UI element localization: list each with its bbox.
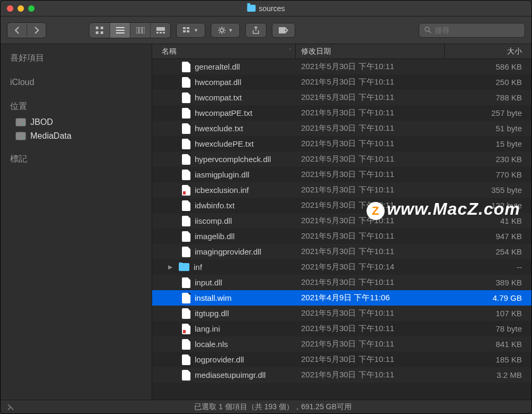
file-row[interactable]: itgtupg.dll2021年5月30日 下午10:11107 KB xyxy=(152,306,531,321)
file-row[interactable]: idwbinfo.txt2021年5月30日 下午10:11122 byte xyxy=(152,198,531,213)
file-icon xyxy=(182,185,190,196)
sidebar-item-jbod[interactable]: JBOD xyxy=(1,115,152,129)
file-date: 2021年5月30日 下午10:11 xyxy=(296,62,445,72)
sidebar-item-mediadata[interactable]: MediaData xyxy=(1,129,152,143)
file-date: 2021年5月30日 下午10:11 xyxy=(296,231,445,241)
view-switcher xyxy=(89,22,171,38)
file-row[interactable]: hwcompatPE.txt2021年5月30日 下午10:11257 byte xyxy=(152,105,531,121)
file-row[interactable]: ▶inf2021年5月30日 下午10:14-- xyxy=(152,259,531,275)
close-button[interactable] xyxy=(7,5,13,12)
file-size: 947 KB xyxy=(445,232,531,241)
file-date: 2021年5月30日 下午10:11 xyxy=(296,370,445,380)
file-row[interactable]: logprovider.dll2021年5月30日 下午10:11185 KB xyxy=(152,352,531,367)
sidebar: 喜好項目 iCloud 位置 JBOD MediaData 標記 xyxy=(1,44,152,400)
column-header-date[interactable]: 修改日期 xyxy=(296,44,445,58)
file-icon xyxy=(182,216,190,226)
disclosure-triangle-icon[interactable]: ▶ xyxy=(168,264,174,271)
search-box[interactable] xyxy=(419,23,525,38)
file-icon xyxy=(182,108,190,119)
file-size: 122 byte xyxy=(445,201,531,210)
file-icon xyxy=(182,62,190,72)
disk-icon xyxy=(15,132,26,140)
minimize-button[interactable] xyxy=(18,5,24,12)
file-date: 2021年5月30日 下午10:11 xyxy=(296,324,445,334)
svg-rect-9 xyxy=(143,27,145,33)
column-header-name[interactable]: 名稱 ˆ xyxy=(152,44,296,58)
gallery-view-button[interactable] xyxy=(150,23,170,38)
icon-view-button[interactable] xyxy=(89,23,110,38)
file-row[interactable]: iiscomp.dll2021年5月30日 下午10:1141 KB xyxy=(152,213,531,229)
share-button[interactable] xyxy=(245,23,267,38)
file-name: idwbinfo.txt xyxy=(195,201,235,210)
file-size: 4.79 GB xyxy=(445,293,531,302)
file-size: 107 KB xyxy=(445,309,531,318)
svg-point-20 xyxy=(425,27,429,31)
svg-rect-4 xyxy=(116,27,124,28)
file-row[interactable]: mediasetupuimgr.dll2021年5月30日 下午10:113.2… xyxy=(152,367,531,383)
file-date: 2021年5月30日 下午10:11 xyxy=(296,92,445,103)
arrange-button[interactable]: ▼ xyxy=(176,23,205,38)
list-view-button[interactable] xyxy=(110,23,130,38)
file-name: iiscomp.dll xyxy=(195,216,232,225)
file-date: 2021年5月30日 下午10:11 xyxy=(296,123,445,133)
file-list[interactable]: generaltel.dll2021年5月30日 下午10:11586 KBhw… xyxy=(152,59,531,400)
file-row[interactable]: lang.ini2021年5月30日 下午10:1178 byte xyxy=(152,321,531,336)
file-icon xyxy=(182,123,190,134)
file-name: itgtupg.dll xyxy=(195,309,229,318)
file-date: 2021年5月30日 下午10:14 xyxy=(296,262,445,272)
file-icon xyxy=(182,370,190,381)
file-size: 389 KB xyxy=(445,278,531,287)
file-browser: 名稱 ˆ 修改日期 大小 generaltel.dll2021年5月30日 下午… xyxy=(152,44,531,400)
file-size: 250 KB xyxy=(445,78,531,87)
sidebar-header-locations: 位置 xyxy=(1,98,152,115)
maximize-button[interactable] xyxy=(28,5,35,12)
action-button[interactable]: ▼ xyxy=(211,23,240,38)
file-date: 2021年5月30日 下午10:11 xyxy=(296,247,445,257)
svg-rect-17 xyxy=(187,30,189,32)
nav-group xyxy=(7,22,46,38)
forward-button[interactable] xyxy=(27,23,46,38)
file-icon xyxy=(182,247,190,257)
svg-rect-16 xyxy=(183,30,186,32)
search-icon xyxy=(425,27,431,33)
column-header-size[interactable]: 大小 xyxy=(445,44,531,58)
svg-line-21 xyxy=(429,31,431,33)
tags-button[interactable] xyxy=(272,23,295,38)
sidebar-item-label: MediaData xyxy=(30,131,71,141)
file-row[interactable]: icbexclusion.inf2021年5月30日 下午10:11355 by… xyxy=(152,182,531,198)
column-view-button[interactable] xyxy=(130,23,150,38)
disk-icon xyxy=(15,118,26,126)
file-row[interactable]: input.dll2021年5月30日 下午10:11389 KB xyxy=(152,275,531,290)
file-row[interactable]: hwexclude.txt2021年5月30日 下午10:1151 byte xyxy=(152,121,531,136)
search-input[interactable] xyxy=(435,26,528,35)
file-row[interactable]: iasmigplugin.dll2021年5月30日 下午10:11770 KB xyxy=(152,167,531,182)
file-row[interactable]: imagingprovider.dll2021年5月30日 下午10:11254… xyxy=(152,244,531,259)
file-size: 78 byte xyxy=(445,324,531,333)
svg-rect-5 xyxy=(116,30,124,31)
back-button[interactable] xyxy=(7,23,27,38)
file-date: 2021年5月30日 下午10:11 xyxy=(296,77,445,87)
file-date: 2021年5月30日 下午10:11 xyxy=(296,170,445,180)
path-button[interactable] xyxy=(7,403,14,411)
file-row[interactable]: generaltel.dll2021年5月30日 下午10:11586 KB xyxy=(152,59,531,74)
file-icon xyxy=(182,308,190,319)
file-name: hwexclude.txt xyxy=(195,124,243,133)
svg-point-18 xyxy=(220,29,223,32)
file-date: 2021年5月30日 下午10:11 xyxy=(296,108,445,118)
file-size: 254 KB xyxy=(445,247,531,256)
file-date: 2021年5月30日 下午10:11 xyxy=(296,216,445,226)
file-row[interactable]: imagelib.dll2021年5月30日 下午10:11947 KB xyxy=(152,229,531,244)
content-area: 喜好項目 iCloud 位置 JBOD MediaData 標記 xyxy=(1,44,531,400)
file-size: 841 KB xyxy=(445,340,531,349)
file-size: 185 KB xyxy=(445,355,531,364)
file-row[interactable]: install.wim2021年4月9日 下午11:064.79 GB xyxy=(152,290,531,306)
file-row[interactable]: hwexcludePE.txt2021年5月30日 下午10:1115 byte xyxy=(152,136,531,151)
file-row[interactable]: hwcompat.txt2021年5月30日 下午10:11788 KB xyxy=(152,90,531,105)
file-date: 2021年5月30日 下午10:11 xyxy=(296,200,445,210)
tag-icon xyxy=(279,27,288,33)
file-row[interactable]: hwcompat.dll2021年5月30日 下午10:11250 KB xyxy=(152,74,531,90)
file-row[interactable]: locale.nls2021年5月30日 下午10:11841 KB xyxy=(152,336,531,352)
file-name: imagelib.dll xyxy=(195,232,235,241)
file-row[interactable]: hypervcomplcheck.dll2021年5月30日 下午10:1123… xyxy=(152,151,531,167)
svg-rect-1 xyxy=(101,27,103,29)
